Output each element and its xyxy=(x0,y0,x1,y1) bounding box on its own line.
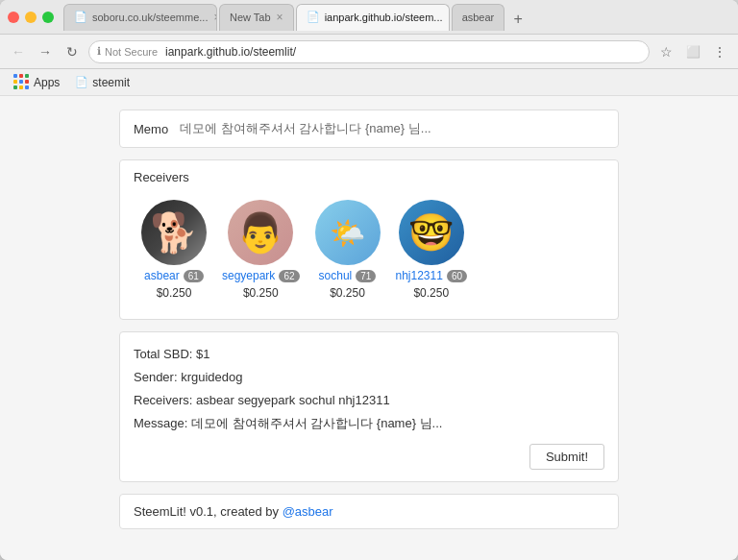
receiver-name-row-sochul: sochul 71 xyxy=(319,269,377,282)
submit-button[interactable]: Submit! xyxy=(529,444,604,470)
apps-label: Apps xyxy=(34,76,60,89)
security-icon: ℹ xyxy=(97,45,101,58)
tab-label: soboru.co.uk/steemme... xyxy=(92,12,208,23)
address-bar-row: ← → ↻ ℹ Not Secure ianpark.github.io/ste… xyxy=(0,35,738,69)
receiver-amount-nhj12311: $0.250 xyxy=(413,286,449,300)
avatar-asbear xyxy=(141,200,207,265)
window-controls xyxy=(8,12,54,23)
receiver-badge-asbear: 61 xyxy=(184,270,204,282)
tab-close-icon[interactable]: × xyxy=(449,11,450,24)
tab-label: ianpark.github.io/steem... xyxy=(325,12,443,23)
summary-total: Total SBD: $1 xyxy=(134,344,604,365)
security-label: Not Secure xyxy=(105,46,158,58)
bookmark-star-button[interactable]: ☆ xyxy=(655,41,676,62)
summary-sender: Sender: krguidedog xyxy=(134,367,604,388)
receiver-sochul: sochul 71 $0.250 xyxy=(315,200,381,300)
browser-window: 📄 soboru.co.uk/steemme... × New Tab × 📄 … xyxy=(0,0,738,560)
avatar-sochul xyxy=(315,200,381,265)
avatar-nhj12311 xyxy=(399,200,464,265)
memo-label: Memo xyxy=(134,122,168,136)
address-text: ianpark.github.io/steemlit/ xyxy=(165,45,641,59)
receiver-name-row-segyepark: segyepark 62 xyxy=(222,269,300,282)
receiver-badge-segyepark: 62 xyxy=(279,270,299,282)
tab-favicon: 📄 xyxy=(307,11,320,24)
title-bar: 📄 soboru.co.uk/steemme... × New Tab × 📄 … xyxy=(0,0,738,35)
receiver-badge-sochul: 71 xyxy=(356,270,376,282)
receivers-title: Receivers xyxy=(134,170,604,184)
footer-section: SteemLit! v0.1, created by @asbear xyxy=(119,494,619,529)
receiver-name-nhj12311[interactable]: nhj12311 xyxy=(396,269,443,282)
summary-receivers: Receivers: asbear segyepark sochul nhj12… xyxy=(134,390,604,411)
bookmarks-bar: Apps 📄 steemit xyxy=(0,69,738,96)
memo-value: 데모에 참여해주셔서 감사합니다 {name} 님... xyxy=(180,120,431,137)
receiver-segyepark: segyepark 62 $0.250 xyxy=(222,200,300,300)
receiver-name-row-nhj12311: nhj12311 60 xyxy=(396,269,468,282)
receiver-amount-asbear: $0.250 xyxy=(157,286,192,300)
tab-label: asbear xyxy=(462,12,495,23)
summary-section: Total SBD: $1 Sender: krguidedog Receive… xyxy=(119,331,619,482)
receiver-asbear: asbear 61 $0.250 xyxy=(141,200,207,300)
receivers-list: asbear 61 $0.250 segyepark 62 $0.250 xyxy=(134,196,604,304)
apps-grid-icon xyxy=(13,74,30,90)
new-tab-button[interactable]: + xyxy=(506,8,529,31)
tab-soboru[interactable]: 📄 soboru.co.uk/steemme... × xyxy=(63,4,217,31)
submit-row: Submit! xyxy=(134,444,604,470)
receiver-name-segyepark[interactable]: segyepark xyxy=(222,269,275,282)
cast-button[interactable]: ⬜ xyxy=(682,41,703,62)
tab-ianpark[interactable]: 📄 ianpark.github.io/steem... × xyxy=(296,4,450,31)
receiver-name-row-asbear: asbear 61 xyxy=(144,269,204,282)
minimize-button[interactable] xyxy=(25,12,37,23)
page-inner: Memo 데모에 참여해주셔서 감사합니다 {name} 님... Receiv… xyxy=(119,110,619,547)
address-bar[interactable]: ℹ Not Secure ianpark.github.io/steemlit/ xyxy=(88,40,650,63)
avatar-segyepark xyxy=(228,200,293,265)
back-button[interactable]: ← xyxy=(8,41,29,62)
receivers-section: Receivers asbear 61 $0.250 xyxy=(119,159,619,320)
forward-button[interactable]: → xyxy=(35,41,56,62)
footer-text: SteemLit! v0.1, created by xyxy=(134,504,283,519)
receiver-badge-nhj12311: 60 xyxy=(447,270,467,282)
summary-message: Message: 데모에 참여해주셔서 감사합니다 {name} 님... xyxy=(134,413,604,434)
steemit-bookmark[interactable]: 📄 steemit xyxy=(71,74,134,91)
memo-section: Memo 데모에 참여해주셔서 감사합니다 {name} 님... xyxy=(119,110,619,148)
tab-close-icon[interactable]: × xyxy=(277,11,283,24)
footer-link[interactable]: @asbear xyxy=(283,504,333,519)
receiver-name-asbear[interactable]: asbear xyxy=(144,269,180,282)
close-button[interactable] xyxy=(8,12,19,23)
steemit-label: steemit xyxy=(92,76,130,89)
steemit-favicon: 📄 xyxy=(75,76,88,88)
tab-label: New Tab xyxy=(230,12,271,23)
receiver-amount-sochul: $0.250 xyxy=(330,286,365,300)
receiver-amount-segyepark: $0.250 xyxy=(243,286,279,300)
receiver-nhj12311: nhj12311 60 $0.250 xyxy=(396,200,468,300)
menu-button[interactable]: ⋮ xyxy=(709,41,730,62)
receiver-name-sochul[interactable]: sochul xyxy=(319,269,353,282)
maximize-button[interactable] xyxy=(42,12,54,23)
tab-asbear[interactable]: asbear xyxy=(452,4,505,31)
tabs-area: 📄 soboru.co.uk/steemme... × New Tab × 📄 … xyxy=(63,4,730,31)
tab-favicon: 📄 xyxy=(74,11,87,24)
refresh-button[interactable]: ↻ xyxy=(62,41,83,62)
tab-close-icon[interactable]: × xyxy=(213,11,217,24)
apps-bookmark[interactable]: Apps xyxy=(10,72,63,92)
tab-newtab[interactable]: New Tab × xyxy=(219,4,294,31)
page-content: Memo 데모에 참여해주셔서 감사합니다 {name} 님... Receiv… xyxy=(0,96,738,560)
